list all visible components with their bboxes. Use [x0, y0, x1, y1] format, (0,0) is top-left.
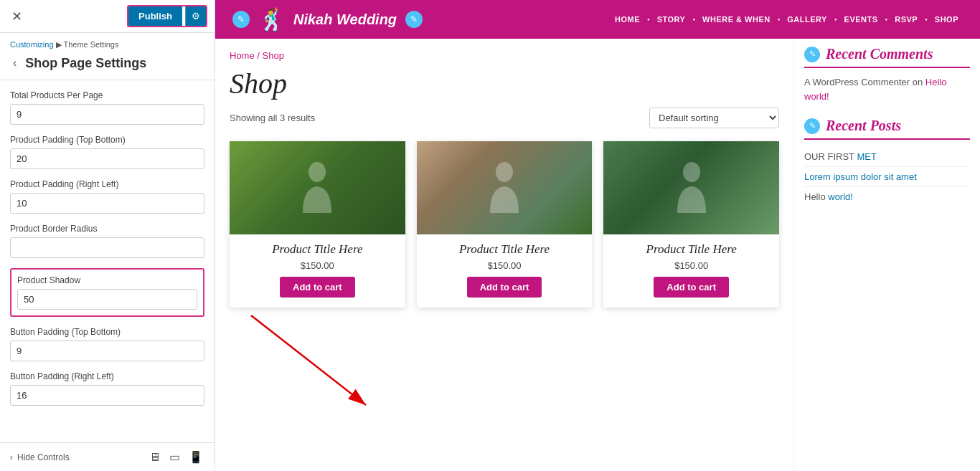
control-input-product-padding-rl[interactable] — [10, 193, 204, 214]
controls-area: Total Products Per PageProduct Padding (… — [0, 80, 215, 442]
theme-settings-link[interactable]: Theme Settings — [63, 40, 118, 49]
control-label-total-products: Total Products Per Page — [10, 90, 204, 100]
tablet-icon[interactable]: ▭ — [168, 449, 182, 465]
recent-post-item-2: Hello world! — [804, 187, 970, 206]
hello-world-link-comment[interactable]: Hello world! — [804, 77, 946, 102]
recent-comments-widget: ✎ Recent Comments A WordPress Commenter … — [804, 46, 970, 103]
nav-link-home[interactable]: HOME — [608, 15, 647, 24]
recent-posts-widget: ✎ Recent Posts OUR FIRST METLorem ipsum … — [804, 118, 970, 206]
publish-button[interactable]: Publish — [128, 6, 182, 26]
control-product-padding-rl: Product Padding (Right Left) — [10, 179, 204, 214]
nav-link-story[interactable]: STORY — [650, 15, 693, 24]
svg-point-2 — [683, 162, 700, 182]
shop-heading: Shop — [230, 67, 779, 100]
desktop-icon[interactable]: 🖥 — [148, 449, 162, 465]
right-section: ✎ 🕺 Nikah Wedding ✎ HOME●STORY●WHERE & W… — [215, 0, 980, 471]
nav-link-where-&-when[interactable]: WHERE & WHEN — [695, 15, 778, 24]
posts-divider — [804, 138, 970, 140]
control-label-product-shadow: Product Shadow — [17, 275, 197, 285]
top-bar: ✕ Publish ⚙ — [0, 0, 215, 33]
left-panel: ✕ Publish ⚙ Customizing ▶ Theme Settings… — [0, 0, 215, 471]
comments-edit-icon[interactable]: ✎ — [804, 47, 820, 62]
nav-logo-area: ✎ 🕺 Nikah Wedding ✎ — [230, 7, 423, 32]
product-price-0: $150.00 — [301, 260, 334, 271]
product-title-1: Product Title Here — [459, 242, 550, 257]
widget-header-posts: ✎ Recent Posts — [804, 118, 970, 134]
main-content: Home / Shop Shop Showing all 3 results D… — [215, 39, 980, 471]
recent-post-link-1[interactable]: Lorem ipsum dolor sit amet — [804, 171, 917, 182]
post-text-part: Hello — [804, 191, 828, 202]
recent-post-item-0: OUR FIRST MET — [804, 147, 970, 167]
product-price-2: $150.00 — [674, 260, 708, 271]
nav-link-gallery[interactable]: GALLERY — [780, 15, 834, 24]
hide-controls[interactable]: ‹ Hide Controls — [10, 452, 70, 462]
publish-area: Publish ⚙ — [127, 5, 207, 27]
control-label-product-border-radius: Product Border Radius — [10, 224, 204, 234]
posts-edit-icon[interactable]: ✎ — [804, 118, 820, 134]
nav-links: HOME●STORY●WHERE & WHEN●GALLERY●EVENTS●R… — [444, 15, 966, 24]
control-product-border-radius: Product Border Radius — [10, 224, 204, 258]
showing-text: Showing all 3 results — [230, 113, 315, 123]
control-product-shadow: Product Shadow — [10, 268, 204, 317]
add-to-cart-btn-1[interactable]: Add to cart — [467, 277, 542, 298]
sidebar-widget: ✎ Recent Comments A WordPress Commenter … — [793, 39, 980, 471]
post-label-first-0: OUR FIRST — [804, 151, 857, 162]
hide-controls-label: Hide Controls — [17, 452, 70, 462]
nav-link-events[interactable]: EVENTS — [837, 15, 885, 24]
shop-breadcrumb: Home / Shop — [230, 50, 779, 61]
add-to-cart-btn-2[interactable]: Add to cart — [654, 277, 729, 298]
shop-meta: Showing all 3 results Default sortingSor… — [230, 108, 779, 128]
home-link[interactable]: Home — [230, 50, 255, 61]
product-title-2: Product Title Here — [646, 242, 737, 257]
control-label-product-padding-tb: Product Padding (Top Bottom) — [10, 135, 204, 145]
control-label-button-padding-tb: Button Padding (Top Bottom) — [10, 327, 204, 337]
site-name: Nikah Wedding — [293, 11, 397, 28]
product-price-1: $150.00 — [487, 260, 521, 271]
control-input-button-padding-tb[interactable] — [10, 341, 204, 361]
control-input-product-border-radius[interactable] — [10, 237, 204, 258]
recent-posts-title: Recent Posts — [826, 118, 901, 134]
nav-link-rsvp[interactable]: RSVP — [887, 15, 925, 24]
control-total-products: Total Products Per Page — [10, 90, 204, 125]
control-input-product-shadow[interactable] — [17, 289, 197, 310]
products-grid: Product Title Here$150.00Add to cartProd… — [230, 141, 779, 308]
product-image-1 — [417, 141, 593, 234]
sort-select[interactable]: Default sortingSort by popularitySort by… — [649, 108, 779, 128]
nav-link-shop[interactable]: SHOP — [928, 15, 966, 24]
nav-name-edit-icon[interactable]: ✎ — [405, 11, 423, 28]
control-label-product-padding-rl: Product Padding (Right Left) — [10, 179, 204, 189]
back-button[interactable]: ‹ — [10, 55, 19, 71]
svg-point-0 — [308, 162, 326, 182]
control-input-button-padding-rl[interactable] — [10, 385, 204, 406]
comments-text: A WordPress Commenter on Hello world! — [804, 75, 970, 103]
breadcrumb: Customizing ▶ Theme Settings — [0, 33, 215, 52]
nav-logo-edit-icon[interactable]: ✎ — [232, 11, 250, 28]
product-card-2: Product Title Here$150.00Add to cart — [603, 141, 779, 308]
widget-header-comments: ✎ Recent Comments — [804, 46, 970, 62]
post-label-second-0: MET — [857, 151, 876, 162]
control-button-padding-rl: Button Padding (Right Left) — [10, 371, 204, 406]
page-title-section: ‹ Shop Page Settings — [0, 52, 215, 80]
product-title-0: Product Title Here — [272, 242, 362, 257]
publish-settings-button[interactable]: ⚙ — [185, 6, 206, 26]
svg-point-1 — [496, 162, 513, 182]
product-image-0 — [230, 141, 405, 234]
site-nav: ✎ 🕺 Nikah Wedding ✎ HOME●STORY●WHERE & W… — [215, 0, 980, 39]
product-image-2 — [603, 141, 779, 234]
bottom-bar: ‹ Hide Controls 🖥 ▭ 📱 — [0, 442, 215, 471]
close-button[interactable]: ✕ — [7, 7, 27, 26]
device-icons: 🖥 ▭ 📱 — [148, 449, 204, 465]
comments-divider — [804, 67, 970, 68]
customizing-link[interactable]: Customizing — [10, 40, 54, 49]
control-button-padding-tb: Button Padding (Top Bottom) — [10, 327, 204, 361]
product-card-1: Product Title Here$150.00Add to cart — [417, 141, 593, 308]
preview-wrapper: ✎ 🕺 Nikah Wedding ✎ HOME●STORY●WHERE & W… — [215, 0, 980, 471]
add-to-cart-btn-0[interactable]: Add to cart — [280, 277, 355, 298]
recent-comments-title: Recent Comments — [826, 46, 933, 62]
control-input-product-padding-tb[interactable] — [10, 148, 204, 169]
shop-area: Home / Shop Shop Showing all 3 results D… — [215, 39, 793, 471]
recent-post-link-2[interactable]: world! — [828, 191, 853, 202]
mobile-icon[interactable]: 📱 — [187, 449, 204, 465]
control-label-button-padding-rl: Button Padding (Right Left) — [10, 371, 204, 381]
control-input-total-products[interactable] — [10, 104, 204, 125]
